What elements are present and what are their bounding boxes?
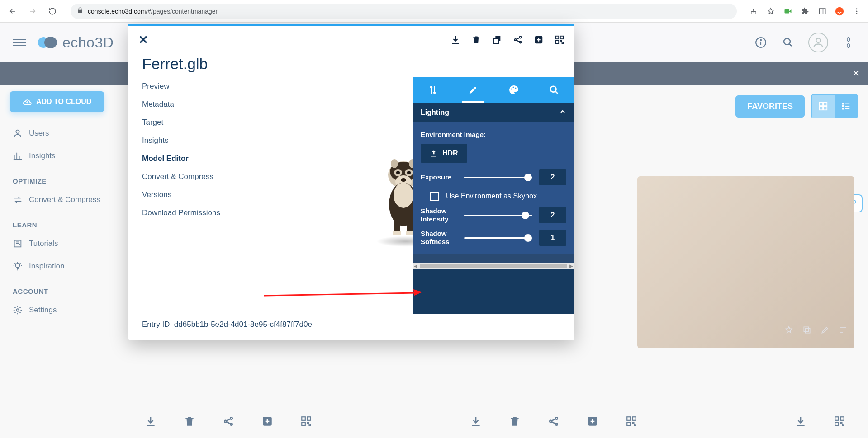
svg-point-6 xyxy=(856,10,858,12)
modal-nav-metadata[interactable]: Metadata xyxy=(142,100,232,109)
url-path: /#/pages/contentmanager xyxy=(146,8,218,15)
editor-side-panel: Lighting Environment Image: HDR Exposure… xyxy=(413,77,574,314)
reload-button[interactable] xyxy=(46,5,59,18)
svg-line-87 xyxy=(555,91,558,94)
shadow-intensity-label: Shadow Intensity xyxy=(421,207,457,223)
svg-point-59 xyxy=(520,37,522,38)
panel-h-scrollbar[interactable]: ◀▶ xyxy=(413,263,574,269)
star-icon[interactable] xyxy=(766,6,776,16)
section-title: Lighting xyxy=(421,108,449,117)
svg-rect-2 xyxy=(819,9,825,14)
entry-id: dd65bb1b-5e2d-4d01-8e95-cf4f87ff7d0e xyxy=(174,320,312,329)
ext-camera-icon[interactable] xyxy=(783,6,793,16)
share-icon[interactable] xyxy=(513,35,523,45)
svg-point-58 xyxy=(515,39,517,41)
svg-point-72 xyxy=(407,171,411,174)
svg-point-60 xyxy=(520,42,522,43)
tab-edit[interactable] xyxy=(453,77,494,103)
modal-nav-insights[interactable]: Insights xyxy=(142,136,232,145)
svg-rect-81 xyxy=(393,231,401,235)
svg-point-84 xyxy=(512,87,514,88)
svg-rect-64 xyxy=(556,36,559,39)
extensions-icon[interactable] xyxy=(800,6,810,16)
svg-rect-65 xyxy=(560,36,563,39)
svg-point-5 xyxy=(856,8,858,9)
hdr-button-label: HDR xyxy=(442,149,458,157)
modal-nav-preview[interactable]: Preview xyxy=(142,82,232,91)
env-image-label: Environment Image: xyxy=(421,131,566,138)
svg-rect-1 xyxy=(785,9,790,13)
modal-nav-versions[interactable]: Versions xyxy=(142,190,232,199)
modal-nav-model-editor[interactable]: Model Editor xyxy=(142,154,232,163)
skybox-checkbox[interactable] xyxy=(430,192,439,201)
tab-transform[interactable] xyxy=(413,77,453,103)
tab-search[interactable] xyxy=(534,77,575,103)
modal-nav: Preview Metadata Target Insights Model E… xyxy=(142,77,232,313)
svg-point-4 xyxy=(835,7,844,15)
exposure-label: Exposure xyxy=(421,173,457,181)
url-host: console.echo3d.com xyxy=(88,8,146,15)
copy-icon[interactable] xyxy=(492,35,502,45)
shadow-softness-label: Shadow Softness xyxy=(421,230,457,246)
modal-close-button[interactable]: ✕ xyxy=(138,33,148,47)
svg-point-83 xyxy=(511,89,512,90)
svg-line-61 xyxy=(516,38,519,39)
svg-point-74 xyxy=(401,178,406,182)
shadow-softness-slider[interactable] xyxy=(464,237,532,239)
lighting-section-header[interactable]: Lighting xyxy=(413,103,574,122)
upload-hdr-button[interactable]: HDR xyxy=(421,144,467,163)
svg-rect-57 xyxy=(494,38,499,43)
modal-nav-permissions[interactable]: Download Permissions xyxy=(142,208,232,217)
shadow-intensity-slider[interactable] xyxy=(464,215,532,216)
exposure-slider[interactable] xyxy=(464,177,532,178)
exposure-value[interactable]: 2 xyxy=(539,169,566,185)
svg-point-86 xyxy=(550,86,556,92)
forward-button[interactable] xyxy=(26,5,39,18)
modal-nav-target[interactable]: Target xyxy=(142,118,232,127)
add-icon[interactable] xyxy=(534,35,544,45)
skybox-label: Use Environment as Skybox xyxy=(446,192,537,200)
panel-footer xyxy=(413,269,574,314)
profile-icon[interactable] xyxy=(835,6,844,16)
svg-point-7 xyxy=(856,13,858,14)
address-bar[interactable]: console.echo3d.com/#/pages/contentmanage… xyxy=(71,4,737,19)
svg-rect-66 xyxy=(556,41,559,43)
svg-point-85 xyxy=(515,88,516,89)
svg-point-78 xyxy=(394,183,413,208)
browser-toolbar: console.echo3d.com/#/pages/contentmanage… xyxy=(0,0,868,23)
tab-palette[interactable] xyxy=(493,77,534,103)
chevron-up-icon xyxy=(559,108,566,117)
trash-icon[interactable] xyxy=(471,35,481,45)
svg-point-75 xyxy=(391,159,398,168)
modal-footer: Entry ID: dd65bb1b-5e2d-4d01-8e95-cf4f87… xyxy=(128,313,574,340)
qr-icon[interactable] xyxy=(555,35,564,45)
modal-nav-convert[interactable]: Convert & Compress xyxy=(142,172,232,181)
browser-right-icons xyxy=(749,6,862,16)
svg-line-62 xyxy=(516,40,519,42)
modal-title: Ferret.glb xyxy=(128,53,574,77)
download-icon[interactable] xyxy=(451,35,460,45)
back-button[interactable] xyxy=(6,5,19,18)
asset-modal: ✕ Ferret.glb Preview Metadata Target Ins… xyxy=(128,24,574,340)
shadow-intensity-value[interactable]: 2 xyxy=(539,207,566,223)
shadow-softness-value[interactable]: 1 xyxy=(539,230,566,246)
share-icon[interactable] xyxy=(749,6,759,16)
panel-icon[interactable] xyxy=(817,6,827,16)
lock-icon xyxy=(77,7,83,15)
svg-point-71 xyxy=(396,171,400,174)
kebab-menu-icon[interactable] xyxy=(852,6,862,16)
